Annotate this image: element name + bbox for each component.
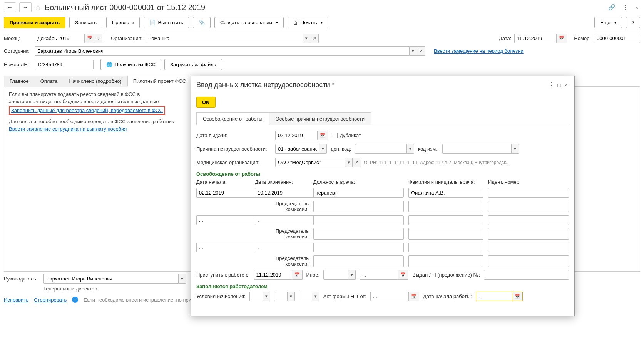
chair-name-3[interactable] (408, 255, 483, 267)
dropdown-icon[interactable]: ▾ (410, 46, 417, 56)
calendar-icon[interactable]: 📅 (409, 292, 419, 301)
tab-payment[interactable]: Оплата (35, 76, 64, 87)
tab-main[interactable]: Главное (4, 76, 35, 87)
doctor-name-3[interactable] (408, 243, 483, 252)
record-button[interactable]: Записать (69, 17, 102, 28)
doctor-id-1[interactable] (488, 188, 569, 198)
pay-button[interactable]: 📄Выплатить (144, 17, 189, 28)
issue-date-input[interactable] (275, 131, 318, 140)
act-date-input[interactable] (370, 292, 409, 301)
spinner-icon[interactable]: ÷ (95, 34, 102, 43)
chair-id-1[interactable] (488, 201, 569, 212)
chair-label: Председатель комиссии: (255, 255, 309, 267)
help-button[interactable]: ? (626, 17, 640, 28)
chair-pos-2[interactable] (313, 228, 404, 240)
calc-cond-2[interactable] (274, 292, 288, 301)
calc-cond-3[interactable] (299, 292, 312, 301)
chair-id-3[interactable] (488, 255, 569, 267)
link-icon[interactable]: 🔗 (607, 2, 617, 12)
manager-position-link[interactable]: Генеральный директор (43, 286, 97, 292)
tab-special-reasons[interactable]: Особые причины нетрудоспособности (269, 112, 371, 125)
employee-input[interactable] (35, 46, 410, 56)
chair-pos-3[interactable] (313, 255, 404, 267)
date-input[interactable] (514, 34, 557, 43)
close-icon[interactable]: × (634, 2, 640, 12)
more-icon[interactable]: ⋮ (621, 2, 630, 12)
dropdown-icon[interactable]: ▾ (345, 158, 353, 167)
back-button[interactable]: ← (4, 2, 16, 12)
forward-button[interactable]: → (19, 2, 32, 12)
open-icon[interactable]: ↗ (353, 158, 361, 167)
dropdown-icon[interactable]: ▾ (348, 270, 356, 280)
reverse-link[interactable]: Сторнировать (34, 297, 67, 303)
section-employer: Заполняется работодателем (196, 284, 569, 289)
dropdown-icon[interactable]: ▾ (288, 292, 295, 301)
modal-more-icon[interactable]: ⋮ (547, 80, 556, 90)
med-org-input[interactable] (275, 158, 345, 167)
doctor-id-3[interactable] (488, 243, 569, 252)
dropdown-icon[interactable]: ▾ (303, 34, 310, 43)
attach-button[interactable]: 📎 (193, 17, 211, 28)
start-work-input[interactable] (476, 292, 512, 301)
duplicate-checkbox[interactable]: дубликат (332, 133, 361, 138)
calendar-icon[interactable]: 📅 (398, 270, 408, 280)
reason-input[interactable] (275, 144, 319, 154)
chair-label: Председатель комиссии: (255, 201, 309, 212)
chair-name-2[interactable] (408, 228, 483, 240)
modal-maximize-icon[interactable]: □ (556, 80, 562, 90)
col-end-label: Дата окончания: (255, 179, 309, 185)
dropdown-icon[interactable]: ▾ (407, 144, 414, 154)
calendar-icon[interactable]: 📅 (512, 292, 523, 301)
issued-ln-input[interactable] (484, 270, 569, 280)
chair-id-2[interactable] (488, 228, 569, 240)
month-input[interactable] (35, 34, 85, 43)
other-input[interactable] (323, 270, 348, 280)
post-button[interactable]: Провести (106, 17, 140, 28)
tab-pilot-fss[interactable]: Пилотный проект ФСС (127, 76, 192, 87)
doctor-pos-1[interactable] (313, 188, 404, 198)
more-button[interactable]: Еще (594, 17, 622, 28)
dropdown-icon[interactable]: ▾ (263, 292, 270, 301)
calendar-icon[interactable]: 📅 (557, 34, 567, 43)
chair-pos-1[interactable] (313, 201, 404, 212)
calendar-icon[interactable]: 📅 (292, 270, 303, 280)
number-input[interactable] (594, 34, 640, 43)
fix-link[interactable]: Исправить (4, 297, 28, 303)
doctor-pos-3[interactable] (313, 243, 404, 252)
org-input[interactable] (146, 34, 303, 43)
calendar-icon[interactable]: 📅 (85, 34, 95, 43)
calendar-icon[interactable]: 📅 (318, 131, 328, 140)
doctor-pos-2[interactable] (313, 215, 404, 225)
org-label: Организация: (111, 35, 142, 41)
enter-application-link[interactable]: Ввести заявление сотрудника на выплату п… (9, 126, 127, 132)
doctor-name-2[interactable] (408, 215, 483, 225)
doctor-id-2[interactable] (488, 215, 569, 225)
open-icon[interactable]: ↗ (417, 46, 425, 56)
favorite-star-icon[interactable]: ☆ (35, 3, 42, 12)
dropdown-icon[interactable]: ▾ (319, 144, 327, 154)
post-and-close-button[interactable]: Провести и закрыть (4, 17, 65, 28)
dropdown-icon[interactable]: ▾ (512, 144, 519, 154)
doctor-name-1[interactable] (408, 188, 483, 198)
calc-cond-1[interactable] (249, 292, 263, 301)
get-from-fss-button[interactable]: 🌐Получить из ФСС (100, 59, 161, 70)
create-based-on-button[interactable]: Создать на основании (214, 17, 284, 28)
other-date-input[interactable] (360, 270, 398, 280)
dropdown-icon[interactable]: ▾ (312, 292, 319, 301)
dropdown-icon[interactable]: ▾ (179, 274, 186, 284)
tab-work-release[interactable]: Освобождение от работы (196, 112, 269, 125)
manager-input[interactable] (43, 274, 179, 284)
ln-input[interactable] (35, 60, 94, 69)
ok-button[interactable]: OK (196, 97, 216, 108)
chair-name-1[interactable] (408, 201, 483, 212)
load-from-file-button[interactable]: Загрузить из файла (164, 59, 222, 70)
fill-registry-link[interactable]: Заполнить данные для реестра сведений, п… (11, 107, 163, 113)
open-icon[interactable]: ↗ (310, 34, 319, 43)
add-code-input[interactable] (355, 144, 407, 154)
print-button[interactable]: 🖨Печать (288, 17, 329, 28)
tab-accrued[interactable]: Начислено (подробно) (63, 76, 127, 87)
modal-close-icon[interactable]: × (562, 80, 569, 90)
code-change-input[interactable] (442, 144, 512, 154)
substitution-link[interactable]: Ввести замещение на период болезни (434, 48, 524, 54)
work-from-input[interactable] (254, 270, 292, 280)
